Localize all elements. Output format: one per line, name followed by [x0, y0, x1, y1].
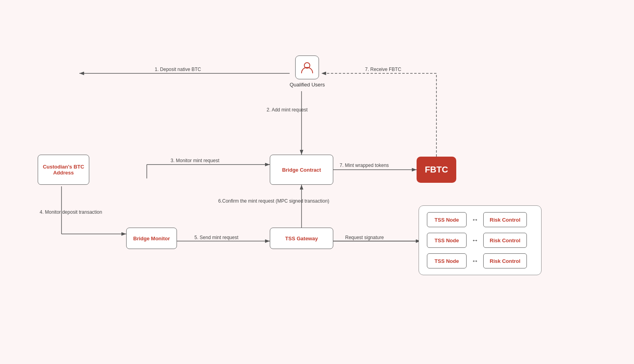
risk-control-1: Risk Control: [483, 212, 527, 227]
tss-row-3: TSS Node ↔ Risk Control: [427, 253, 533, 268]
step1-label: 1. Deposit native BTC: [155, 67, 201, 72]
risk-control-3: Risk Control: [483, 253, 527, 268]
fbtc-node: FBTC: [417, 157, 456, 183]
bidirectional-arrow-1: ↔: [471, 216, 478, 224]
request-sig-label: Request signature: [345, 235, 384, 240]
risk-control-2: Risk Control: [483, 233, 527, 248]
tss-row-1: TSS Node ↔ Risk Control: [427, 212, 533, 227]
tss-node-2: TSS Node: [427, 233, 467, 248]
step6-label: 6.Confirm the mint request (MPC signed t…: [218, 198, 329, 204]
bidirectional-arrow-3: ↔: [471, 257, 478, 265]
bridge-contract-node: Bridge Contract: [270, 155, 333, 185]
custodian-btc-node: Custodian's BTC Address: [38, 155, 89, 185]
bidirectional-arrow-2: ↔: [471, 236, 478, 245]
tss-node-3: TSS Node: [427, 253, 467, 268]
diagram-container: Qualified Users Bridge Contract Bridge M…: [0, 0, 634, 364]
qualified-users-label: Qualified Users: [290, 82, 325, 88]
tss-node-1: TSS Node: [427, 212, 467, 227]
tss-group: TSS Node ↔ Risk Control TSS Node ↔ Risk …: [419, 205, 542, 275]
step7-mint-label: 7. Mint wrapped tokens: [340, 163, 389, 168]
step5-label: 5. Send mint request: [194, 235, 238, 240]
step7-receive-label: 7. Receive FBTC: [365, 67, 401, 72]
qualified-users-node: Qualified Users: [290, 56, 325, 88]
tss-gateway-node: TSS Gateway: [270, 228, 333, 249]
tss-row-2: TSS Node ↔ Risk Control: [427, 233, 533, 248]
step2-label: 2. Add mint request: [267, 107, 307, 113]
step3-label: 3. Monitor mint request: [171, 158, 219, 163]
user-icon: [295, 56, 319, 79]
bridge-monitor-node: Bridge Monitor: [126, 228, 177, 249]
step4-label: 4. Monitor deposit transaction: [40, 209, 102, 215]
